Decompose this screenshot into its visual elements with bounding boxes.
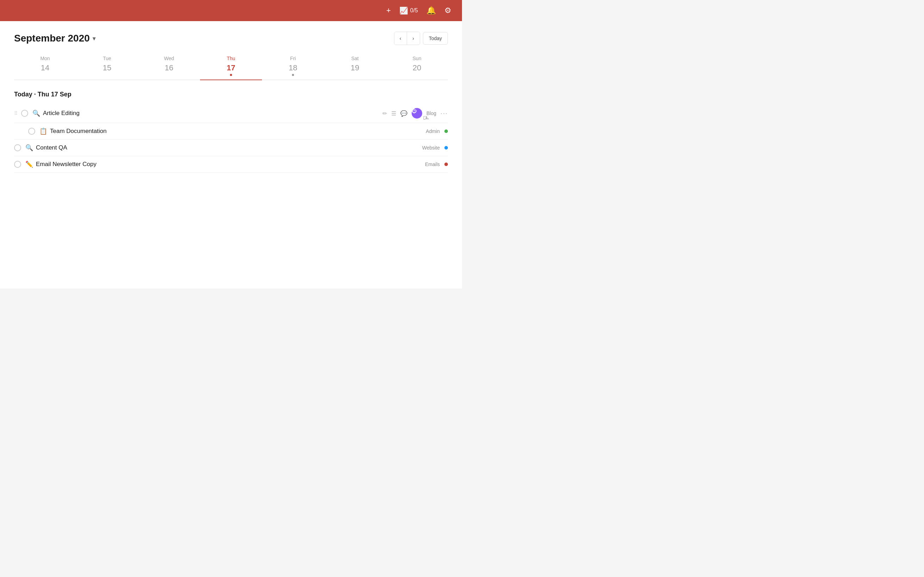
day-name-thu: Thu — [200, 56, 262, 61]
week-grid: Mon 14 Tue 15 Wed 16 Thu 17 Fri 18 Sat 1… — [14, 56, 448, 80]
comment-icon[interactable]: 💬 — [401, 110, 407, 117]
day-col-mon[interactable]: Mon 14 — [14, 56, 76, 76]
day-col-tue[interactable]: Tue 15 — [76, 56, 138, 76]
task-icon-qa: 🔍 — [25, 144, 33, 152]
project-label-2: Admin — [426, 129, 440, 134]
today-indicator — [200, 79, 262, 80]
progress-indicator: 📈 0/5 — [399, 6, 418, 15]
month-year-label: September 2020 — [14, 33, 90, 44]
project-info-4: Emails — [425, 161, 448, 167]
task-item: ⠿ 🔍 Article Editing ✏ ☰ 💬 ⏻ Blog ··· — [14, 104, 448, 123]
day-name-fri: Fri — [262, 56, 324, 61]
project-dot-4 — [444, 163, 448, 166]
task-checkbox-4[interactable] — [14, 161, 21, 168]
day-col-sun[interactable]: Sun 20 — [386, 56, 448, 76]
task-name-2[interactable]: Team Documentation — [50, 128, 426, 135]
settings-button[interactable]: ⚙ — [444, 6, 451, 15]
day-name-sun: Sun — [386, 56, 448, 61]
day-number-sat: 19 — [324, 63, 386, 73]
day-number-mon: 14 — [14, 63, 76, 73]
day-name-wed: Wed — [138, 56, 200, 61]
task-checkbox-3[interactable] — [14, 144, 21, 151]
project-dot-3 — [444, 146, 448, 150]
today-dot — [230, 74, 232, 76]
day-name-tue: Tue — [76, 56, 138, 61]
calendar-header: September 2020 ▾ ‹ › Today — [14, 32, 448, 45]
project-label-4: Emails — [425, 161, 440, 167]
fri-dot — [292, 74, 294, 76]
prev-week-button[interactable]: ‹ — [394, 32, 407, 45]
main-content: September 2020 ▾ ‹ › Today Mon 14 Tue 15… — [0, 21, 462, 288]
task-name-1[interactable]: Article Editing — [43, 110, 383, 117]
task-item: ✏️ Email Newsletter Copy Emails — [14, 156, 448, 173]
detail-icon[interactable]: ☰ — [391, 110, 396, 117]
day-number-fri: 18 — [262, 63, 324, 73]
project-dot-2 — [444, 129, 448, 133]
edit-icon[interactable]: ✏ — [383, 110, 387, 117]
task-name-3[interactable]: Content QA — [36, 144, 422, 151]
progress-label: 0/5 — [410, 7, 418, 14]
task-actions-1: ✏ ☰ 💬 ⏻ Blog ··· — [383, 108, 448, 119]
today-section: Today · Thu 17 Sep ⠿ 🔍 Article Editing ✏… — [14, 91, 448, 173]
day-col-wed[interactable]: Wed 16 — [138, 56, 200, 76]
trend-icon: 📈 — [399, 6, 408, 15]
next-week-button[interactable]: › — [407, 32, 420, 45]
day-col-sat[interactable]: Sat 19 — [324, 56, 386, 76]
day-col-fri[interactable]: Fri 18 — [262, 56, 324, 76]
day-number-thu: 17 — [200, 63, 262, 73]
task-item: 🔍 Content QA Website — [14, 140, 448, 156]
project-label-3: Website — [422, 145, 440, 151]
day-number-wed: 16 — [138, 63, 200, 73]
task-checkbox-1[interactable] — [21, 110, 28, 117]
task-icon-doc: 📋 — [39, 127, 47, 135]
today-button[interactable]: Today — [423, 32, 448, 45]
day-number-tue: 15 — [76, 63, 138, 73]
task-icon-email: ✏️ — [25, 160, 33, 168]
task-name-4[interactable]: Email Newsletter Copy — [36, 161, 425, 168]
drag-handle[interactable]: ⠿ — [14, 110, 18, 116]
day-col-thu[interactable]: Thu 17 — [200, 56, 262, 76]
day-number-sun: 20 — [386, 63, 448, 73]
prev-next-group: ‹ › — [394, 32, 420, 45]
task-item: 📋 Team Documentation Admin — [14, 123, 448, 140]
nav-controls: ‹ › Today — [394, 32, 448, 45]
month-dropdown-icon[interactable]: ▾ — [93, 35, 95, 42]
month-title: September 2020 ▾ — [14, 33, 95, 44]
more-button[interactable]: ··· — [441, 110, 448, 117]
day-name-mon: Mon — [14, 56, 76, 61]
focus-icon: ⏻ — [412, 108, 417, 114]
add-button[interactable]: + — [386, 6, 391, 15]
notifications-button[interactable]: 🔔 — [426, 6, 436, 15]
task-icon-search: 🔍 — [32, 110, 40, 117]
day-name-sat: Sat — [324, 56, 386, 61]
task-checkbox-2[interactable] — [28, 128, 35, 135]
project-info-2: Admin — [426, 129, 448, 134]
focus-button[interactable]: ⏻ — [412, 108, 422, 119]
today-heading: Today · Thu 17 Sep — [14, 91, 448, 98]
app-header: + 📈 0/5 🔔 ⚙ — [0, 0, 462, 21]
project-info-3: Website — [422, 145, 448, 151]
